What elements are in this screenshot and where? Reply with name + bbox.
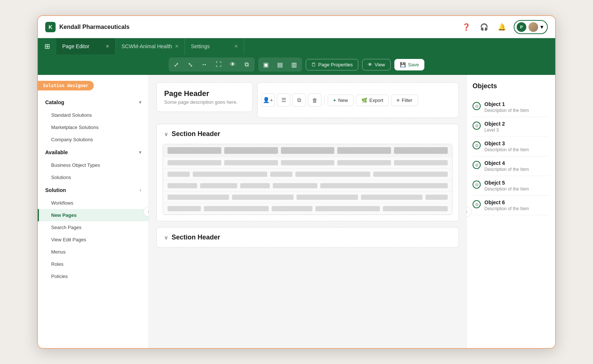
toolbar-layout1-btn[interactable]: ▣ xyxy=(259,59,273,70)
object-info-6: Object 6 Description of the Item xyxy=(484,199,529,211)
save-button[interactable]: 💾 Save xyxy=(394,59,425,70)
toolbar-expand-btn[interactable]: ⤢ xyxy=(170,59,183,70)
object-name-1: Object 1 xyxy=(484,101,529,107)
delete-action-btn[interactable]: 🗑 xyxy=(308,93,321,107)
available-chevron-icon: ▾ xyxy=(139,150,141,155)
sidebar-item-search-pages[interactable]: Search Pages xyxy=(38,221,149,234)
export-action-label: Export xyxy=(370,97,384,103)
tab-scwm-close[interactable]: ✕ xyxy=(175,44,179,49)
object-item-5[interactable]: ⊙ Obejct 5 Description of the Item xyxy=(473,176,549,196)
object-icon-1: ⊙ xyxy=(473,102,481,110)
section2-chevron-icon[interactable]: ∨ xyxy=(164,235,168,241)
object-icon-4: ⊙ xyxy=(473,161,481,169)
toolbar-view-group: ⤢ ⤡ ↔ ⛶ 👁 ⧉ xyxy=(169,57,255,72)
sidebar-item-business-object-types[interactable]: Business Object Types xyxy=(38,159,149,171)
section2-title: Section Header xyxy=(172,234,220,241)
sidebar-item-menus[interactable]: Menus xyxy=(38,246,149,258)
object-item-3[interactable]: ⊙ Object 3 Description of the Item xyxy=(473,137,549,156)
toolbar-copy-btn[interactable]: ⧉ xyxy=(240,59,254,70)
sidebar-item-new-pages[interactable]: New Pages xyxy=(38,209,149,221)
sidebar-content: Catalog ▾ Standard Solutions Marketplace… xyxy=(38,75,149,290)
sidebar-available-header[interactable]: Available ▾ xyxy=(38,146,149,159)
object-desc-6: Description of the Item xyxy=(484,206,529,211)
toolbar-layout2-btn[interactable]: ▤ xyxy=(274,59,287,70)
object-desc-1: Description of the Item xyxy=(484,108,529,113)
filter-action-button[interactable]: ≡ Filter xyxy=(391,95,418,106)
bell-icon-button[interactable]: 🔔 xyxy=(496,21,508,33)
object-item-1[interactable]: ⊙ Object 1 Description of the Item xyxy=(473,97,549,117)
cell xyxy=(168,195,229,200)
object-item-6[interactable]: ⊙ Object 6 Description of the Item xyxy=(473,196,549,215)
sidebar-item-view-edit-pages[interactable]: View Edit Pages xyxy=(38,234,149,246)
sidebar-item-marketplace-solutions[interactable]: Marketplace Solutions xyxy=(38,121,149,133)
headset-icon-button[interactable]: 🎧 xyxy=(478,21,490,33)
sidebar-item-standard-solutions[interactable]: Standard Solutions xyxy=(38,109,149,121)
page-properties-icon: 🗒 xyxy=(311,62,316,67)
table-row xyxy=(163,203,452,215)
sidebar-solution-header[interactable]: Solution › xyxy=(38,183,149,197)
cell xyxy=(224,160,278,165)
export-action-button[interactable]: 🌿 Export xyxy=(356,95,389,106)
sidebar-item-roles[interactable]: Roles xyxy=(38,258,149,270)
toolbar-fit-all-btn[interactable]: ⛶ xyxy=(212,59,225,70)
new-action-button[interactable]: + New xyxy=(328,95,354,106)
object-info-1: Object 1 Description of the Item xyxy=(484,101,529,113)
action-bar-container: 👤+ ☰ ⧉ 🗑 + New 🌿 Export ≡ Fil xyxy=(257,82,459,118)
toolbar-shrink-btn[interactable]: ⤡ xyxy=(184,59,197,70)
right-panel-toggle-button[interactable]: › xyxy=(466,206,472,217)
sidebar-catalog-header[interactable]: Catalog ▾ xyxy=(38,96,149,109)
col5-header xyxy=(394,147,448,154)
object-name-5: Obejct 5 xyxy=(484,180,529,186)
object-icon-3: ⊙ xyxy=(473,141,481,149)
section1-chevron-icon[interactable]: ∨ xyxy=(164,131,168,137)
sidebar-item-workflows[interactable]: Workflows xyxy=(38,197,149,209)
table-row xyxy=(163,192,452,203)
copy-action-btn[interactable]: ⧉ xyxy=(292,93,306,107)
table-row xyxy=(163,157,452,169)
page-properties-button[interactable]: 🗒 Page Properties xyxy=(306,59,358,70)
object-icon-5: ⊙ xyxy=(473,181,481,189)
filter-action-icon: ≡ xyxy=(397,97,400,103)
tab-page-editor-close[interactable]: ✕ xyxy=(106,44,109,49)
catalog-chevron-icon: ▾ xyxy=(139,100,141,105)
tab-settings[interactable]: Settings ✕ xyxy=(185,38,244,54)
object-name-6: Object 6 xyxy=(484,199,529,205)
table-header-row xyxy=(163,144,452,157)
toolbar-preview-btn[interactable]: 👁 xyxy=(226,59,239,70)
tab-scwm[interactable]: SCWM-Animal Health ✕ xyxy=(116,38,185,54)
cell xyxy=(232,195,294,200)
sidebar-solution-label: Solution xyxy=(45,187,66,193)
app-logo: K xyxy=(45,22,56,32)
object-name-2: Object 2 xyxy=(484,121,505,127)
grid-menu-button[interactable]: ⊞ xyxy=(38,38,56,54)
cell xyxy=(315,206,380,211)
cell xyxy=(320,183,448,188)
cell xyxy=(168,160,221,165)
object-item-2[interactable]: ⊙ Object 2 Level 3 xyxy=(473,117,549,137)
toolbar-layout3-btn[interactable]: ▥ xyxy=(288,59,301,70)
add-user-action-btn[interactable]: 👤+ xyxy=(261,93,275,107)
toolbar-fit-width-btn[interactable]: ↔ xyxy=(198,59,211,70)
object-item-4[interactable]: ⊙ Object 4 Description of the Item xyxy=(473,156,549,176)
cell xyxy=(193,172,267,177)
toolbar-layout-group: ▣ ▤ ▥ xyxy=(258,57,302,72)
cell xyxy=(204,206,269,211)
table-row xyxy=(163,180,452,192)
page-header-area: Page Header Some page description goes h… xyxy=(156,82,459,118)
title-bar-right: ❓ 🎧 🔔 P ▾ xyxy=(460,20,548,34)
object-name-3: Object 3 xyxy=(484,140,529,146)
sidebar: Solution designer ‹ Catalog ▾ Standard S… xyxy=(38,75,149,348)
tab-page-editor[interactable]: Page Editor ✕ xyxy=(56,38,116,54)
tab-page-editor-label: Page Editor xyxy=(62,43,89,49)
sidebar-item-policies[interactable]: Policies xyxy=(38,270,149,282)
user-badge[interactable]: P ▾ xyxy=(514,20,548,34)
view-button[interactable]: 👁 View xyxy=(362,59,391,70)
col3-header xyxy=(281,147,335,154)
objects-panel-title: Objects xyxy=(473,82,549,90)
help-icon-button[interactable]: ❓ xyxy=(460,21,472,33)
sidebar-available-label: Available xyxy=(45,149,68,155)
sidebar-item-solutions[interactable]: Solutions xyxy=(38,171,149,183)
list-action-btn[interactable]: ☰ xyxy=(277,93,290,107)
sidebar-item-company-solutions[interactable]: Company Solutions xyxy=(38,133,149,146)
tab-settings-close[interactable]: ✕ xyxy=(234,44,238,49)
